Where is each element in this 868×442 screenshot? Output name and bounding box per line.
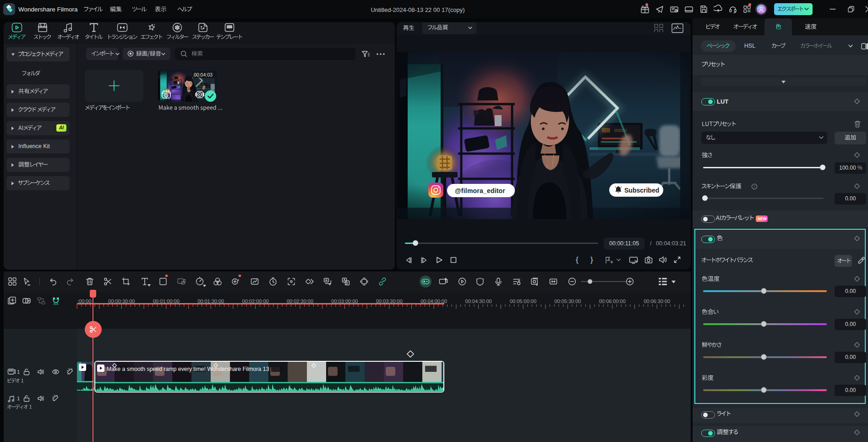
svg-text:?: ? — [753, 185, 756, 189]
